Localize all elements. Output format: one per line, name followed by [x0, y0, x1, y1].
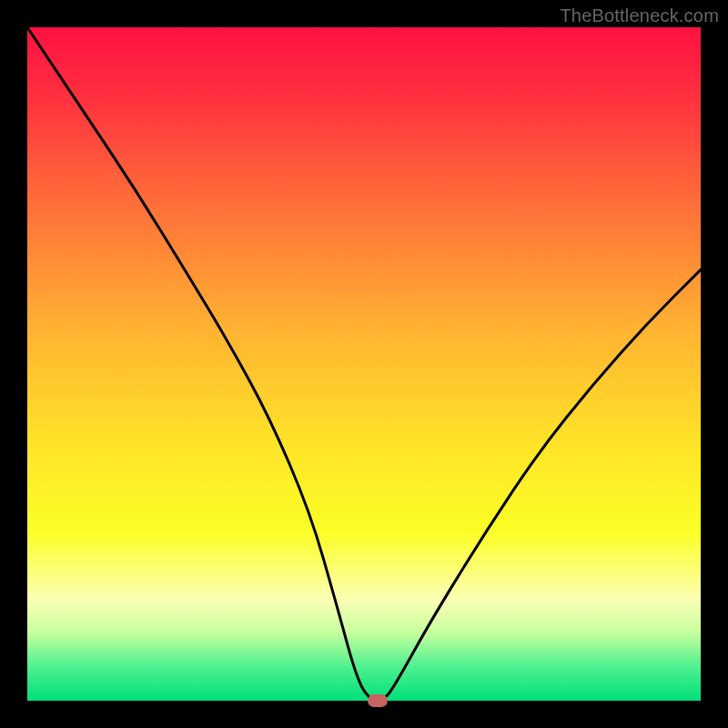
minimum-marker [368, 694, 388, 707]
bottleneck-curve [27, 27, 701, 701]
watermark-text: TheBottleneck.com [560, 5, 719, 26]
plot-area [27, 27, 701, 701]
